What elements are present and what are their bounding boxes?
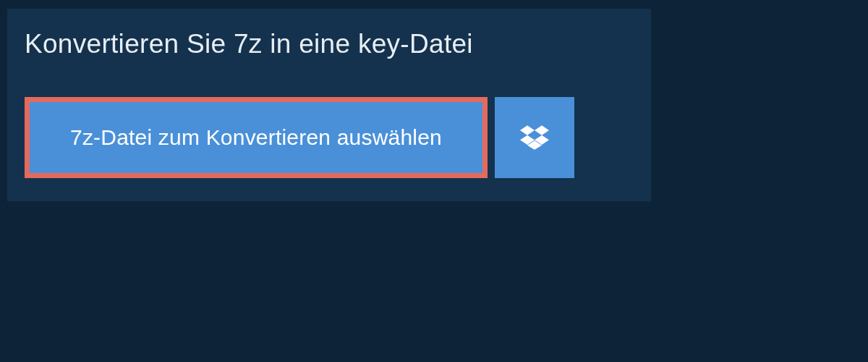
converter-panel: Konvertieren Sie 7z in eine key-Datei 7z…	[7, 9, 651, 201]
title-container: Konvertieren Sie 7z in eine key-Datei	[7, 9, 499, 77]
dropbox-icon	[520, 123, 549, 152]
highlight-frame: 7z-Datei zum Konvertieren auswählen	[25, 97, 488, 178]
select-file-button[interactable]: 7z-Datei zum Konvertieren auswählen	[30, 102, 482, 173]
page-title: Konvertieren Sie 7z in eine key-Datei	[25, 29, 473, 59]
select-file-label: 7z-Datei zum Konvertieren auswählen	[70, 125, 442, 150]
dropbox-button[interactable]	[495, 97, 574, 178]
action-row: 7z-Datei zum Konvertieren auswählen	[25, 97, 651, 178]
